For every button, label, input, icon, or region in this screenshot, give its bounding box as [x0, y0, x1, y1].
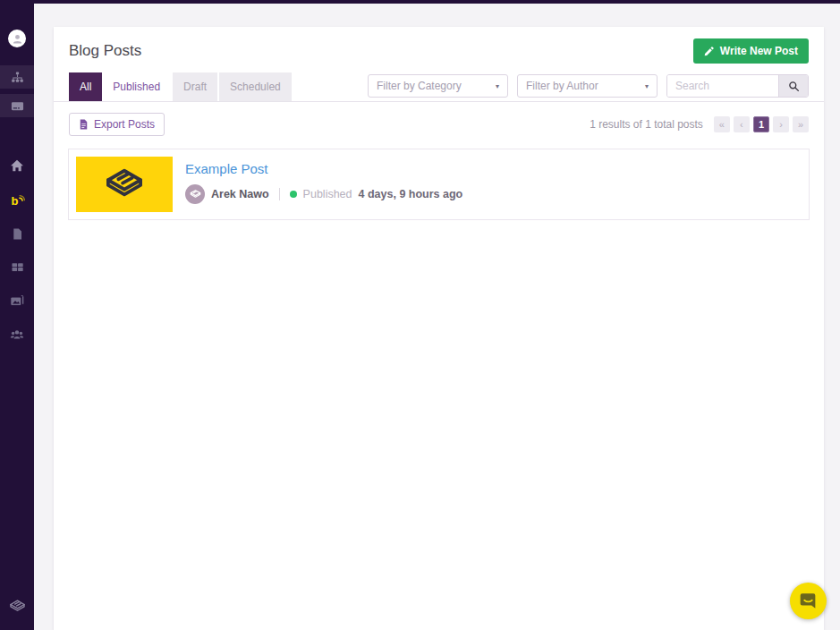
butter-logo-icon[interactable] — [9, 599, 26, 614]
pagination-page-1-button[interactable]: 1 — [753, 116, 769, 132]
pencil-icon — [704, 47, 714, 56]
collections-icon — [11, 260, 24, 274]
meta-divider — [279, 188, 280, 200]
export-posts-label: Export Posts — [94, 118, 155, 131]
sidebar-item-billing[interactable] — [0, 94, 34, 117]
sidebar-item-pages[interactable] — [11, 227, 24, 241]
post-title-link[interactable]: Example Post — [185, 161, 462, 176]
sidebar-item-sitemap[interactable] — [0, 65, 34, 89]
tab-draft[interactable]: Draft — [173, 72, 217, 101]
search-group — [666, 74, 809, 98]
sidebar-item-users[interactable] — [10, 328, 24, 342]
post-thumbnail[interactable] — [76, 157, 173, 212]
results-count: 1 results of 1 total posts — [590, 118, 703, 131]
sidebar-item-blog[interactable]: b — [10, 192, 25, 208]
write-new-post-button[interactable]: Write New Post — [693, 38, 809, 64]
page-title: Blog Posts — [69, 42, 141, 60]
export-file-icon — [79, 119, 89, 130]
filters: Filter by Category ▾ Filter by Author ▾ — [368, 74, 809, 101]
status-label: Published — [303, 188, 352, 200]
content-card: Blog Posts Write New Post All Published … — [54, 27, 824, 630]
tab-all[interactable]: All — [69, 72, 102, 101]
write-new-post-label: Write New Post — [720, 45, 798, 57]
sidebar-nav: b — [10, 158, 25, 342]
pagination-first-button[interactable]: « — [714, 116, 730, 132]
blog-icon: b — [10, 192, 25, 208]
search-input[interactable] — [667, 75, 778, 97]
post-row: Example Post Arek Nawo Published — [68, 149, 810, 220]
status-dot — [290, 191, 297, 198]
pagination-next-button[interactable]: › — [773, 116, 789, 132]
tab-filter-row: All Published Draft Scheduled Filter by … — [54, 73, 824, 102]
pagination-prev-button[interactable]: ‹ — [734, 116, 750, 132]
chat-bubble-icon — [798, 591, 819, 611]
butter-thumbnail-icon — [104, 166, 145, 202]
post-meta: Arek Nawo Published 4 days, 9 hours ago — [185, 184, 462, 204]
export-posts-button[interactable]: Export Posts — [69, 113, 165, 136]
sidebar-item-collections[interactable] — [11, 260, 24, 274]
butter-avatar-icon — [190, 189, 201, 200]
users-icon — [10, 328, 24, 342]
filter-author-value: Filter by Author — [526, 80, 598, 92]
home-icon — [10, 158, 24, 173]
sidebar-item-home[interactable] — [10, 158, 24, 173]
sitemap-icon — [11, 71, 24, 84]
search-icon — [788, 81, 800, 92]
card-header: Blog Posts Write New Post — [54, 27, 824, 73]
sidebar-item-media[interactable] — [10, 294, 24, 308]
sidebar-top-group — [0, 65, 34, 117]
chevron-down-icon: ▾ — [645, 82, 649, 90]
user-avatar[interactable] — [8, 30, 26, 47]
pagination-last-button[interactable]: » — [793, 116, 809, 132]
sidebar: b — [0, 0, 34, 630]
author-name: Arek Nawo — [211, 188, 269, 200]
search-button[interactable] — [778, 75, 808, 97]
list-toolbar: Export Posts 1 results of 1 total posts … — [54, 102, 824, 143]
filter-category-select[interactable]: Filter by Category ▾ — [368, 74, 508, 98]
tab-scheduled[interactable]: Scheduled — [219, 72, 292, 101]
chevron-down-icon: ▾ — [496, 82, 499, 90]
filter-author-select[interactable]: Filter by Author ▾ — [517, 74, 658, 98]
butter-stack-icon — [9, 599, 26, 614]
filter-category-value: Filter by Category — [377, 80, 462, 92]
svg-text:b: b — [11, 194, 18, 208]
author-avatar — [185, 184, 205, 204]
post-body: Example Post Arek Nawo Published — [185, 157, 462, 212]
person-icon — [12, 33, 23, 45]
pages-icon — [11, 227, 24, 241]
media-icon — [10, 294, 24, 308]
billing-card-icon — [11, 99, 24, 113]
tab-published[interactable]: Published — [102, 72, 171, 101]
chat-launcher-button[interactable] — [790, 583, 827, 619]
post-list: Example Post Arek Nawo Published — [54, 143, 824, 226]
status-tabs: All Published Draft Scheduled — [69, 72, 292, 101]
main-area: Blog Posts Write New Post All Published … — [34, 4, 840, 630]
published-ago: 4 days, 9 hours ago — [359, 188, 463, 200]
results-pagination: 1 results of 1 total posts « ‹ 1 › » — [590, 116, 809, 132]
